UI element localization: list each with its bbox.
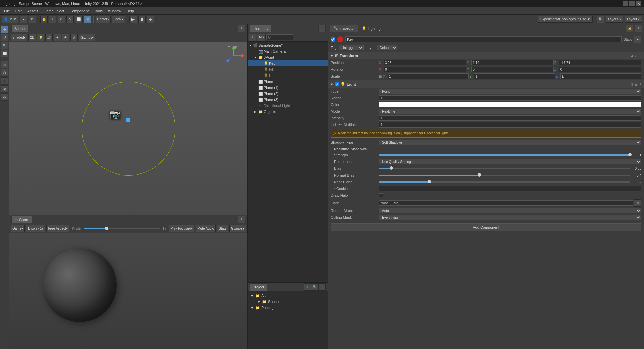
resolution-select[interactable]: Use Quality Settings bbox=[379, 159, 641, 164]
transform-more-icon[interactable]: ⋮ bbox=[639, 54, 642, 58]
project-add-btn[interactable]: + bbox=[304, 283, 311, 291]
flare-picker-btn[interactable]: ⊙ bbox=[634, 199, 641, 207]
color-swatch[interactable] bbox=[379, 102, 641, 107]
hierarchy-menu-btn[interactable]: ⋮ bbox=[318, 25, 326, 32]
hand-tool[interactable]: ✋ bbox=[40, 16, 48, 23]
list-item[interactable]: ▼ 🎬 SampleScene* bbox=[248, 42, 328, 48]
scene-gizmos-btn[interactable]: Gizmos▾ bbox=[79, 34, 95, 41]
play-focused-btn[interactable]: Play Focused ▾ bbox=[169, 225, 195, 232]
tool6[interactable]: ⬡ bbox=[1, 69, 8, 77]
inspector-menu-btn[interactable]: ⋮ bbox=[635, 25, 642, 32]
range-input[interactable] bbox=[379, 95, 641, 101]
rotate-tool[interactable]: ↺ bbox=[58, 16, 65, 23]
light-more-icon[interactable]: ⋮ bbox=[639, 83, 642, 86]
scale-tool[interactable]: ⤡ bbox=[66, 16, 74, 23]
menu-help[interactable]: Help bbox=[124, 8, 137, 14]
menu-component[interactable]: Component bbox=[67, 8, 91, 14]
list-item[interactable]: ▼ 📁 Scenes bbox=[249, 299, 326, 305]
game-tab[interactable]: 🎮 Game bbox=[11, 216, 32, 223]
tag-select[interactable]: Untagged bbox=[339, 45, 364, 50]
light-settings-icon[interactable]: ⚙ bbox=[630, 83, 633, 86]
maximize-button[interactable]: □ bbox=[629, 1, 635, 6]
move-tool[interactable]: ✛ bbox=[49, 16, 56, 23]
scale-x-input[interactable] bbox=[388, 73, 469, 79]
near-plane-slider[interactable]: 0.2 bbox=[379, 180, 641, 184]
culling-mask-select[interactable]: Everything bbox=[379, 215, 641, 220]
light-header[interactable]: ▼ 💡 Light ⚙ ⊕ ⋮ bbox=[328, 81, 644, 88]
hierarchy-tab[interactable]: Hierarchy bbox=[250, 25, 271, 32]
scene-tab[interactable]: Scene bbox=[11, 25, 28, 32]
step-button[interactable]: ⏭ bbox=[147, 16, 154, 23]
rot-y-input[interactable] bbox=[471, 67, 553, 72]
local-button[interactable]: Local▾ bbox=[112, 16, 125, 23]
menu-gameobject[interactable]: GameObject bbox=[41, 8, 67, 14]
experimental-packages-button[interactable]: Experimental Packages in Use ▼ bbox=[538, 16, 593, 23]
object-enabled-checkbox[interactable] bbox=[331, 37, 335, 42]
transform-settings-icon[interactable]: ⚙ bbox=[630, 54, 633, 58]
scene-audio-btn[interactable]: 🔊 bbox=[45, 34, 53, 41]
gizmos-btn[interactable]: Gizmos ▾ bbox=[229, 225, 246, 232]
search-button[interactable]: 🔍 bbox=[597, 16, 604, 23]
draw-halo-checkbox[interactable] bbox=[379, 193, 383, 197]
rect-tool[interactable]: ⬜ bbox=[75, 16, 83, 23]
intensity-input[interactable] bbox=[379, 115, 641, 121]
settings-button[interactable]: ⚙ bbox=[29, 16, 36, 23]
lighting-tab[interactable]: 💡 Lighting bbox=[358, 25, 384, 32]
rot-z-input[interactable] bbox=[559, 67, 641, 72]
strength-slider[interactable]: 1 bbox=[379, 153, 641, 157]
light-link-icon[interactable]: ⊕ bbox=[635, 83, 637, 86]
rect-select-btn[interactable]: ⬜ bbox=[1, 50, 8, 57]
pos-y-input[interactable] bbox=[471, 60, 553, 65]
tool9[interactable]: ⚙ bbox=[1, 93, 8, 101]
tool8[interactable]: ⊠ bbox=[1, 85, 8, 93]
normal-bias-slider[interactable]: 0.4 bbox=[379, 173, 641, 177]
list-item[interactable]: ⬜ Plane (1) bbox=[248, 85, 328, 91]
tool7[interactable]: ⬛ bbox=[1, 77, 8, 85]
object-name-input[interactable] bbox=[345, 36, 622, 42]
hierarchy-search[interactable] bbox=[266, 34, 293, 40]
list-item[interactable]: 📷 Main Camera bbox=[248, 48, 328, 54]
menu-tools[interactable]: Tools bbox=[91, 8, 105, 14]
mode-select[interactable]: Realtime bbox=[379, 109, 641, 114]
list-item[interactable]: ▼ 📁 Assets bbox=[249, 293, 326, 299]
move-tool-btn[interactable]: ✛ bbox=[1, 26, 8, 33]
pivot-button[interactable]: Center▾ bbox=[96, 16, 111, 23]
scene-grid-btn[interactable]: # bbox=[70, 34, 78, 41]
pos-x-input[interactable] bbox=[384, 60, 466, 65]
list-item[interactable]: ☀ Directional Light bbox=[248, 103, 328, 109]
add-component-button[interactable]: Add Component bbox=[331, 223, 641, 231]
static-dropdown-btn[interactable]: ▾ bbox=[634, 36, 641, 43]
scene-shading-btn[interactable]: Shaded▾ bbox=[11, 34, 27, 41]
cookie-input[interactable] bbox=[379, 186, 641, 191]
pos-z-input[interactable] bbox=[559, 60, 641, 65]
layer-select[interactable]: Default bbox=[377, 45, 397, 50]
bias-slider[interactable]: 0.05 bbox=[379, 167, 641, 170]
scene-fx-btn[interactable]: ✦ bbox=[54, 34, 61, 41]
list-item[interactable]: 💡 Fill bbox=[248, 66, 328, 72]
light-type-select[interactable]: Point bbox=[379, 89, 641, 94]
hierarchy-add-btn[interactable]: + bbox=[249, 34, 256, 41]
scale-slider[interactable] bbox=[84, 228, 160, 229]
layout-button[interactable]: Layout ▾ bbox=[625, 16, 642, 23]
list-item[interactable]: ⬜ Plane bbox=[248, 79, 328, 85]
list-item[interactable]: ▶ 📁 Objects bbox=[248, 109, 328, 115]
menu-edit[interactable]: Edit bbox=[13, 8, 24, 14]
transform-header[interactable]: ▼ ⊞ Transform ⚙ ⊕ ⋮ bbox=[328, 52, 644, 59]
flare-input[interactable] bbox=[379, 200, 633, 206]
list-item[interactable]: ▼ 📁 3Point bbox=[248, 54, 328, 60]
cloud-button[interactable]: ☁ bbox=[20, 16, 27, 23]
menu-file[interactable]: File bbox=[1, 8, 13, 14]
project-search-btn[interactable]: 🔍 bbox=[311, 283, 318, 291]
orbit-tool-btn[interactable]: ↺ bbox=[1, 34, 8, 41]
project-tab[interactable]: Project bbox=[250, 283, 267, 291]
shadow-type-select[interactable]: Soft Shadows bbox=[379, 140, 641, 145]
menu-window[interactable]: Window bbox=[105, 8, 124, 14]
scene-hidden-btn[interactable]: 👁 bbox=[62, 34, 69, 41]
mute-audio-btn[interactable]: Mute Audio bbox=[196, 225, 216, 232]
game-menu-btn[interactable]: ⋮ bbox=[238, 216, 245, 223]
list-item[interactable]: 💡 Key bbox=[248, 60, 328, 66]
list-item[interactable]: ⬜ Plane (2) bbox=[248, 91, 328, 97]
render-mode-select[interactable]: Auto bbox=[379, 208, 641, 213]
indirect-input[interactable] bbox=[379, 122, 641, 128]
play-button[interactable]: ▶ bbox=[129, 16, 137, 23]
